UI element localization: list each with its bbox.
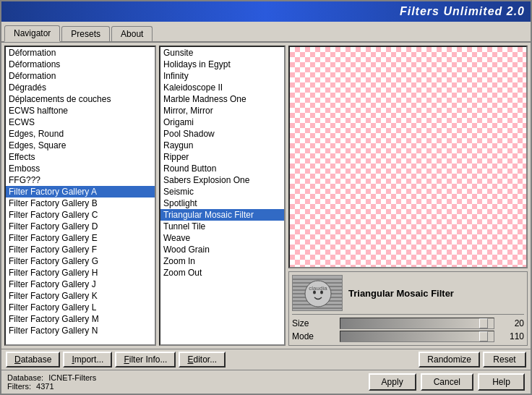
left-list-item[interactable]: Filter Factory Gallery F: [6, 244, 155, 255]
left-list-item[interactable]: Filter Factory Gallery H: [6, 267, 155, 279]
middle-list-item[interactable]: Wood Grain: [160, 244, 284, 255]
filter-thumbnail: claudia: [292, 275, 343, 311]
left-list-item[interactable]: FFG???: [6, 174, 155, 186]
middle-list-item[interactable]: Gunsite: [160, 47, 284, 59]
cancel-button[interactable]: Cancel: [421, 373, 473, 391]
middle-list-item[interactable]: Round Button: [160, 163, 284, 174]
middle-list-item[interactable]: Infinity: [160, 70, 284, 82]
tab-about[interactable]: About: [111, 26, 153, 41]
middle-list-item[interactable]: Seismic: [160, 186, 284, 198]
database-value: ICNET-Filters: [48, 373, 96, 382]
middle-list-item[interactable]: Raygun: [160, 140, 284, 151]
left-list-item[interactable]: Edges, Square: [6, 140, 155, 151]
middle-list-item[interactable]: Weave: [160, 232, 284, 244]
preview-checkered: [290, 47, 526, 267]
middle-list-item[interactable]: Ripper: [160, 151, 284, 163]
filters-label: Filters:: [7, 382, 31, 391]
reset-button[interactable]: Reset: [483, 352, 526, 368]
left-list-item[interactable]: ECWS: [6, 116, 155, 128]
middle-list-item[interactable]: Mirror, Mirror: [160, 105, 284, 116]
filter-info-button[interactable]: Filter Info...: [115, 352, 176, 368]
title-bar: Filters Unlimited 2.0: [1, 1, 531, 22]
status-area: Database: ICNET-Filters Filters: 4371: [7, 373, 364, 391]
import-button[interactable]: Import...: [63, 352, 112, 368]
middle-list-item[interactable]: Zoom Out: [160, 267, 284, 279]
preview-area: [288, 46, 528, 268]
param-slider[interactable]: [340, 331, 494, 342]
left-list-item[interactable]: Filter Factory Gallery D: [6, 221, 155, 232]
param-label: Mode: [292, 331, 335, 341]
param-slider[interactable]: [340, 318, 494, 329]
middle-list-item[interactable]: Holidays in Egypt: [160, 59, 284, 70]
tab-navigator[interactable]: Navigator: [4, 25, 60, 42]
left-list-item[interactable]: Effects: [6, 151, 155, 163]
svg-point-12: [313, 291, 316, 294]
svg-point-13: [320, 291, 323, 294]
filter-info-panel: claudia Triangular Mosaic Filter Size20M…: [288, 271, 528, 346]
left-list-item[interactable]: Filter Factory Gallery N: [6, 325, 155, 336]
left-list-item[interactable]: Déformations: [6, 59, 155, 70]
main-window: Filters Unlimited 2.0 Navigator Presets …: [0, 0, 532, 395]
middle-list-item[interactable]: Origami: [160, 116, 284, 128]
param-label: Size: [292, 318, 335, 328]
middle-list-item[interactable]: Kaleidoscope II: [160, 82, 284, 93]
params-area: Size20Mode110: [292, 318, 524, 342]
app-title: Filters Unlimited 2.0: [400, 5, 525, 18]
left-list-item[interactable]: Filter Factory Gallery E: [6, 232, 155, 244]
apply-button[interactable]: Apply: [369, 373, 416, 391]
database-button[interactable]: Database: [6, 352, 60, 368]
middle-list-item[interactable]: Sabers Explosion One: [160, 174, 284, 186]
param-row: Mode110: [292, 331, 524, 342]
main-content: DéformationDéformationsDéformationDégrad…: [1, 43, 531, 349]
left-list-item[interactable]: Déformation: [6, 47, 155, 59]
middle-list-item[interactable]: Tunnel Tile: [160, 221, 284, 232]
tab-presets[interactable]: Presets: [61, 26, 110, 41]
param-value: 20: [499, 318, 524, 328]
left-list-item[interactable]: Filter Factory Gallery J: [6, 279, 155, 290]
left-list-item[interactable]: Edges, Round: [6, 128, 155, 140]
filter-thumbnail-row: claudia Triangular Mosaic Filter: [292, 275, 524, 311]
middle-list-item[interactable]: Pool Shadow: [160, 128, 284, 140]
middle-list-item[interactable]: Spotlight: [160, 198, 284, 209]
left-list-item[interactable]: Filter Factory Gallery L: [6, 302, 155, 313]
left-list-item[interactable]: Emboss: [6, 163, 155, 174]
database-label: Database:: [7, 373, 43, 382]
param-value: 110: [499, 331, 524, 341]
right-panel: claudia Triangular Mosaic Filter Size20M…: [288, 46, 528, 346]
left-list-item[interactable]: Filter Factory Gallery A: [6, 186, 155, 198]
category-list: DéformationDéformationsDéformationDégrad…: [4, 46, 156, 346]
left-list-item[interactable]: ECWS halftone: [6, 105, 155, 116]
left-list-item[interactable]: Filter Factory Gallery K: [6, 290, 155, 302]
filters-value: 4371: [36, 382, 53, 391]
left-list-item[interactable]: Filter Factory Gallery C: [6, 209, 155, 221]
bottom-toolbar: Database Import... Filter Info... Editor…: [1, 349, 531, 370]
middle-list-item[interactable]: Marble Madness One: [160, 93, 284, 105]
help-button[interactable]: Help: [478, 373, 525, 391]
left-list-item[interactable]: Filter Factory Gallery B: [6, 198, 155, 209]
action-buttons: Database: ICNET-Filters Filters: 4371 Ap…: [1, 370, 531, 394]
middle-list-item[interactable]: Triangular Mosaic Filter: [160, 209, 284, 221]
filter-list: GunsiteHolidays in EgyptInfinityKaleidos…: [159, 46, 286, 346]
left-list-item[interactable]: Filter Factory Gallery G: [6, 255, 155, 267]
middle-list-item[interactable]: Zoom In: [160, 255, 284, 267]
tabs-bar: Navigator Presets About: [1, 22, 531, 43]
left-list-item[interactable]: Déplacements de couches: [6, 93, 155, 105]
separator: [292, 314, 524, 315]
editor-button[interactable]: Editor...: [179, 352, 226, 368]
param-row: Size20: [292, 318, 524, 329]
left-list-item[interactable]: Déformation: [6, 70, 155, 82]
left-list-item[interactable]: Dégradés: [6, 82, 155, 93]
svg-text:claudia: claudia: [309, 285, 327, 292]
filter-name-display: Triangular Mosaic Filter: [348, 288, 454, 299]
randomize-button[interactable]: Randomize: [419, 352, 480, 368]
left-list-item[interactable]: Filter Factory Gallery M: [6, 313, 155, 325]
